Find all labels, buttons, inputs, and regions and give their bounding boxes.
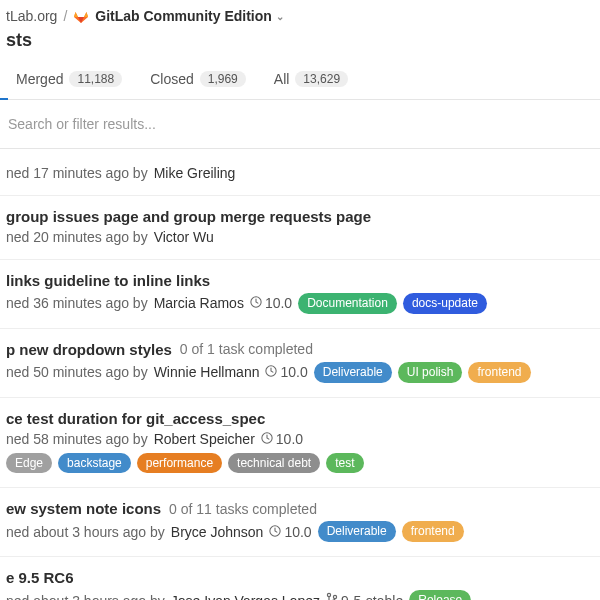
svg-point-6	[333, 595, 336, 598]
merge-request-item[interactable]: ew system note icons0 of 11 tasks comple…	[0, 488, 600, 557]
author-link[interactable]: Jose Ivan Vargas Lopez	[171, 593, 320, 600]
breadcrumb-separator: /	[63, 8, 67, 24]
merge-request-list: ned 17 minutes ago by Mike Greilinggroup…	[0, 149, 600, 600]
labels: Deliverablefrontend	[318, 521, 464, 542]
tab-all[interactable]: All 13,629	[274, 71, 348, 87]
merge-request-item[interactable]: p new dropdown styles0 of 1 task complet…	[0, 329, 600, 398]
merge-request-item[interactable]: links guideline to inline linksned 36 mi…	[0, 260, 600, 329]
author-link[interactable]: Robert Speicher	[154, 431, 255, 447]
mr-title[interactable]: group issues page and group merge reques…	[6, 208, 371, 225]
opened-time: ned about 3 hours ago by	[6, 593, 165, 600]
merge-request-item[interactable]: ned 17 minutes ago by Mike Greiling	[0, 149, 600, 196]
filter-bar	[0, 100, 600, 149]
clock-icon	[261, 431, 273, 447]
search-input[interactable]	[6, 110, 594, 138]
label[interactable]: frontend	[468, 362, 530, 383]
label[interactable]: Deliverable	[318, 521, 396, 542]
label[interactable]: UI polish	[398, 362, 463, 383]
label[interactable]: docs-update	[403, 293, 487, 314]
label[interactable]: Documentation	[298, 293, 397, 314]
task-status: 0 of 11 tasks completed	[169, 501, 317, 517]
opened-time: ned 50 minutes ago by	[6, 364, 148, 380]
svg-point-4	[327, 593, 330, 596]
page-title: sts	[0, 28, 600, 63]
count-badge: 1,969	[200, 71, 246, 87]
milestone[interactable]: 10.0	[265, 364, 307, 380]
labels: DeliverableUI polishfrontend	[314, 362, 531, 383]
merge-request-item[interactable]: ce test duration for git_access_specned …	[0, 398, 600, 489]
clock-icon	[250, 295, 262, 311]
label[interactable]: test	[326, 453, 363, 474]
labels: Release	[409, 590, 471, 600]
breadcrumb-group[interactable]: tLab.org	[6, 8, 57, 24]
label[interactable]: Deliverable	[314, 362, 392, 383]
author-link[interactable]: Mike Greiling	[154, 165, 236, 181]
clock-icon	[265, 364, 277, 380]
mr-title[interactable]: p new dropdown styles	[6, 341, 172, 358]
author-link[interactable]: Winnie Hellmann	[154, 364, 260, 380]
mr-title[interactable]: e 9.5 RC6	[6, 569, 74, 586]
mr-title[interactable]: links guideline to inline links	[6, 272, 210, 289]
author-link[interactable]: Bryce Johnson	[171, 524, 264, 540]
chevron-down-icon: ⌄	[276, 11, 284, 22]
label[interactable]: technical debt	[228, 453, 320, 474]
merge-request-item[interactable]: group issues page and group merge reques…	[0, 196, 600, 260]
mr-title[interactable]: ew system note icons	[6, 500, 161, 517]
breadcrumb-project[interactable]: GitLab Community Edition ⌄	[95, 8, 284, 24]
merge-request-item[interactable]: e 9.5 RC6ned about 3 hours ago by Jose I…	[0, 557, 600, 600]
label[interactable]: frontend	[402, 521, 464, 542]
opened-time: ned 20 minutes ago by	[6, 229, 148, 245]
opened-time: ned about 3 hours ago by	[6, 524, 165, 540]
milestone[interactable]: 10.0	[261, 431, 303, 447]
opened-time: ned 36 minutes ago by	[6, 295, 148, 311]
milestone[interactable]: 10.0	[269, 524, 311, 540]
tab-closed[interactable]: Closed 1,969	[150, 71, 246, 87]
labels: Edgebackstageperformancetechnical debtte…	[6, 453, 364, 474]
count-badge: 11,188	[69, 71, 122, 87]
author-link[interactable]: Marcia Ramos	[154, 295, 244, 311]
mr-title[interactable]: ce test duration for git_access_spec	[6, 410, 265, 427]
opened-time: ned 58 minutes ago by	[6, 431, 148, 447]
breadcrumbs: tLab.org / GitLab Community Edition ⌄	[0, 0, 600, 28]
state-tabs: Merged 11,188 Closed 1,969 All 13,629	[0, 63, 600, 100]
target-branch[interactable]: 9-5-stable	[326, 592, 403, 600]
branch-icon	[326, 592, 338, 600]
gitlab-logo-icon	[73, 8, 89, 24]
author-link[interactable]: Victor Wu	[154, 229, 214, 245]
task-status: 0 of 1 task completed	[180, 341, 313, 357]
opened-time: ned 17 minutes ago by	[6, 165, 148, 181]
active-tab-indicator	[0, 98, 8, 100]
label[interactable]: Edge	[6, 453, 52, 474]
milestone[interactable]: 10.0	[250, 295, 292, 311]
label[interactable]: backstage	[58, 453, 131, 474]
clock-icon	[269, 524, 281, 540]
tab-merged[interactable]: Merged 11,188	[16, 71, 122, 87]
label[interactable]: performance	[137, 453, 222, 474]
count-badge: 13,629	[295, 71, 348, 87]
label[interactable]: Release	[409, 590, 471, 600]
labels: Documentationdocs-update	[298, 293, 487, 314]
